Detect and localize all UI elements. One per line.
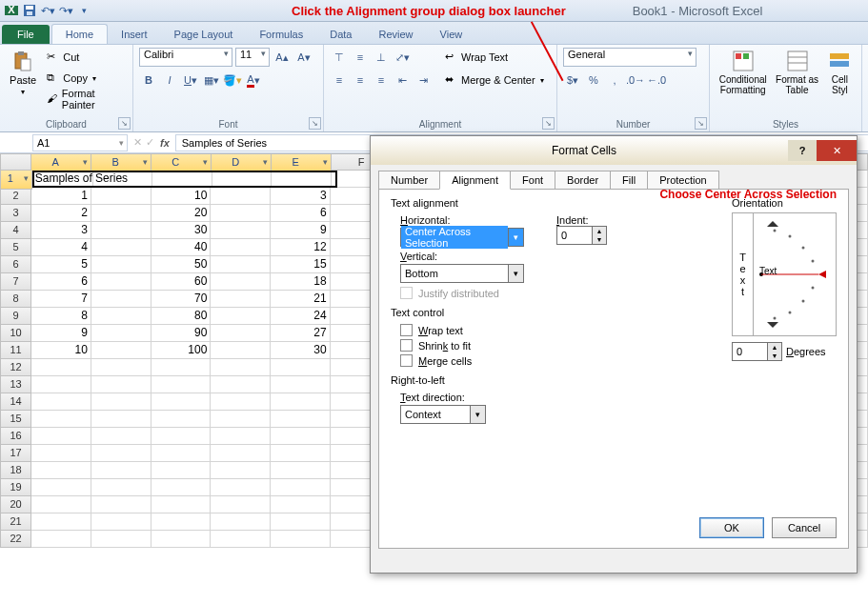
cell[interactable] [91,496,151,513]
cell[interactable] [31,376,91,393]
row-header[interactable]: 6 [0,256,31,273]
cell[interactable]: 18 [271,273,331,291]
cell[interactable] [152,171,212,188]
cell[interactable]: 20 [151,205,212,222]
row-header[interactable]: 21 [0,513,31,531]
cell[interactable]: 3 [31,222,91,239]
cell[interactable]: 1 [31,188,91,205]
cell[interactable] [31,445,91,462]
tab-view[interactable]: View [427,25,476,44]
cell[interactable] [271,393,331,411]
cell[interactable] [211,393,271,411]
font-size-select[interactable]: 11 [235,48,270,67]
cell[interactable] [151,393,212,411]
merge-center-button[interactable]: ⬌Merge & Center▾ [442,70,547,90]
cell[interactable] [91,342,151,359]
cell[interactable] [31,479,91,496]
row-header[interactable]: 3 [0,205,31,222]
fill-color-button[interactable]: 🪣▾ [223,70,242,90]
cell[interactable] [211,359,271,376]
tab-page-layout[interactable]: Page Layout [161,25,247,44]
cell[interactable] [151,359,212,376]
cell[interactable] [271,496,331,513]
dialog-tab-border[interactable]: Border [555,171,611,190]
undo-icon[interactable]: ↶▾ [40,3,55,18]
orientation-control[interactable]: Text Text [732,212,837,336]
wrap-text-button[interactable]: ↩Wrap Text [442,48,547,67]
dialog-close-button[interactable]: ✕ [817,140,857,161]
text-direction-select[interactable]: Context▾ [400,405,486,424]
cell[interactable] [151,531,212,548]
dialog-tab-font[interactable]: Font [510,171,555,190]
cell[interactable]: 10 [31,342,91,359]
cell[interactable]: 5 [31,256,91,273]
vertical-text-button[interactable]: Text [733,213,754,335]
cell[interactable] [151,411,212,428]
cell[interactable] [91,256,151,273]
cell[interactable] [211,325,271,342]
cell[interactable]: 60 [151,273,212,291]
dialog-help-button[interactable]: ? [788,140,817,161]
cell[interactable] [211,273,271,291]
border-button[interactable]: ▦▾ [202,70,221,90]
increase-indent-icon[interactable]: ⇥ [414,70,433,90]
font-family-select[interactable]: Calibri [139,48,232,67]
font-dialog-launcher[interactable]: ↘ [309,117,321,130]
align-middle-icon[interactable]: ≡ [351,48,370,67]
spin-up-icon[interactable]: ▲ [768,343,781,352]
cell[interactable] [271,428,331,445]
row-header[interactable]: 20 [0,496,31,513]
tab-data[interactable]: Data [316,25,365,44]
row-header[interactable]: 16 [0,428,31,445]
name-box[interactable]: A1 [32,134,128,151]
cut-button[interactable]: ✂Cut [44,48,127,67]
cell[interactable] [151,462,212,479]
qat-customize-icon[interactable]: ▾ [76,3,91,18]
redo-icon[interactable]: ↷▾ [58,3,73,18]
spin-up-icon[interactable]: ▲ [593,227,606,235]
dialog-tab-number[interactable]: Number [378,171,440,190]
align-center-icon[interactable]: ≡ [351,70,370,90]
tab-formulas[interactable]: Formulas [246,25,316,44]
cell[interactable] [91,308,151,325]
decrease-decimal-icon[interactable]: ←.0 [647,70,666,90]
row-header[interactable]: 1 [0,171,32,190]
cancel-button[interactable]: Cancel [772,517,837,538]
row-header[interactable]: 9 [0,308,31,325]
cell[interactable] [212,171,273,188]
indent-input[interactable] [557,227,592,244]
copy-button[interactable]: ⧉Copy▾ [44,69,127,88]
cell[interactable] [31,359,91,376]
dialog-tab-fill[interactable]: Fill [610,171,648,190]
cell[interactable] [91,479,151,496]
cell[interactable] [31,496,91,513]
cell[interactable] [211,239,271,256]
cell[interactable] [31,513,91,531]
format-as-table-button[interactable]: Format as Table [774,48,819,117]
cell[interactable] [271,411,331,428]
cell[interactable] [151,513,212,531]
percent-icon[interactable]: % [584,70,603,90]
tab-insert[interactable]: Insert [108,25,161,44]
cell[interactable] [91,411,151,428]
row-header[interactable]: 12 [0,359,31,376]
row-header[interactable]: 15 [0,411,31,428]
cell[interactable] [31,462,91,479]
fx-icon[interactable]: fx [160,137,170,149]
cell[interactable] [91,359,151,376]
column-header[interactable]: D [212,153,272,172]
cell[interactable] [211,462,271,479]
cell[interactable]: 12 [271,239,331,256]
column-header[interactable]: A [31,153,91,172]
cell[interactable] [93,171,153,188]
cell[interactable]: 6 [271,205,331,222]
cell[interactable] [91,188,151,205]
dialog-tab-protection[interactable]: Protection [647,171,719,190]
cell[interactable]: 9 [271,222,331,239]
cell[interactable] [91,428,151,445]
cell[interactable]: 8 [31,308,91,325]
cell[interactable] [211,376,271,393]
cell[interactable] [151,376,212,393]
shrink-font-icon[interactable]: A▾ [294,48,313,67]
cell[interactable] [271,359,331,376]
